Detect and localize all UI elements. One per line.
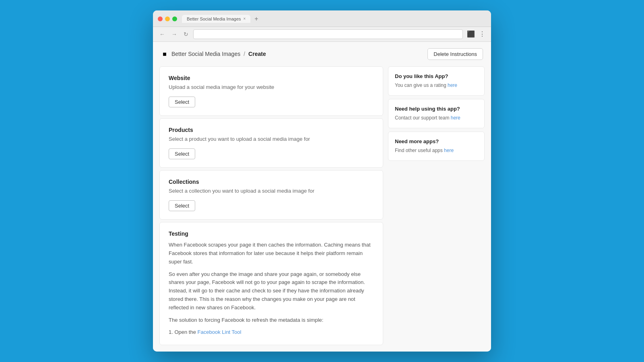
sidebar: Do you like this App? You can give us a … bbox=[388, 66, 485, 346]
app-icon: ◼ bbox=[161, 50, 168, 58]
website-card: Website Upload a social media image for … bbox=[159, 66, 383, 116]
website-description: Upload a social media image for your web… bbox=[169, 84, 374, 91]
page-header: ◼ Better Social Media Images / Create De… bbox=[159, 48, 485, 60]
sidebar-more-apps-link[interactable]: here bbox=[444, 148, 454, 153]
products-title: Products bbox=[169, 127, 374, 133]
testing-paragraph-1: When Facebook scrapes your page it then … bbox=[169, 241, 374, 266]
breadcrumb-current: Create bbox=[248, 51, 266, 57]
browser-titlebar: Better Social Media Images × + bbox=[153, 10, 491, 27]
sidebar-support-text: Contact our support team here bbox=[395, 114, 478, 121]
website-select-button[interactable]: Select bbox=[169, 97, 195, 107]
testing-card: Testing When Facebook scrapes your page … bbox=[159, 222, 383, 345]
refresh-button[interactable]: ↻ bbox=[182, 30, 190, 38]
sidebar-rating-text: You can give us a rating here bbox=[395, 82, 478, 89]
browser-tabs: Better Social Media Images × + bbox=[182, 14, 486, 23]
minimize-button[interactable] bbox=[165, 16, 170, 21]
sidebar-more-apps-prefix: Find other useful apps bbox=[395, 148, 444, 153]
testing-paragraph-2: So even after you change the image and s… bbox=[169, 270, 374, 312]
traffic-lights bbox=[158, 16, 177, 21]
maximize-button[interactable] bbox=[172, 16, 177, 21]
sidebar-more-apps-text: Find other useful apps here bbox=[395, 147, 478, 154]
products-description: Select a product you want to upload a so… bbox=[169, 136, 374, 143]
collections-description: Select a collection you want to upload a… bbox=[169, 187, 374, 195]
back-button[interactable]: ← bbox=[158, 30, 167, 38]
breadcrumb-home[interactable]: Better Social Media Images bbox=[171, 51, 240, 57]
sidebar-rating-card: Do you like this App? You can give us a … bbox=[388, 66, 485, 96]
browser-navbar: ← → ↻ ⬛ ⋮ bbox=[153, 27, 491, 42]
sidebar-support-title: Need help using this app? bbox=[395, 106, 478, 112]
sidebar-rating-prefix: You can give us a rating bbox=[395, 82, 448, 88]
facebook-lint-tool-link[interactable]: Facebook Lint Tool bbox=[198, 329, 242, 335]
menu-icon[interactable]: ⋮ bbox=[478, 29, 486, 39]
testing-paragraph-3: The solution to forcing Facebook to refr… bbox=[169, 316, 374, 325]
website-title: Website bbox=[169, 75, 374, 81]
sidebar-rating-title: Do you like this App? bbox=[395, 73, 478, 79]
tab-label: Better Social Media Images bbox=[187, 16, 241, 21]
nav-icons: ⬛ ⋮ bbox=[466, 29, 486, 39]
delete-instructions-button[interactable]: Delete Instructions bbox=[427, 48, 483, 60]
close-button[interactable] bbox=[158, 16, 163, 21]
main-panel: Website Upload a social media image for … bbox=[159, 66, 383, 346]
sidebar-support-card: Need help using this app? Contact our su… bbox=[388, 99, 485, 128]
bookmark-icon[interactable]: ⬛ bbox=[466, 29, 476, 39]
collections-select-button[interactable]: Select bbox=[169, 200, 195, 211]
collections-card: Collections Select a collection you want… bbox=[159, 170, 383, 220]
address-bar[interactable] bbox=[193, 29, 463, 39]
forward-button[interactable]: → bbox=[170, 30, 179, 38]
sidebar-more-apps-card: Need more apps? Find other useful apps h… bbox=[388, 132, 485, 161]
browser-window: Better Social Media Images × + ← → ↻ ⬛ ⋮… bbox=[153, 10, 491, 352]
sidebar-rating-link[interactable]: here bbox=[448, 82, 457, 88]
products-select-button[interactable]: Select bbox=[169, 148, 195, 159]
sidebar-support-prefix: Contact our support team bbox=[395, 115, 451, 121]
sidebar-support-link[interactable]: here bbox=[451, 115, 460, 121]
new-tab-button[interactable]: + bbox=[252, 14, 260, 23]
testing-step-1: 1. Open the Facebook Lint Tool bbox=[169, 328, 374, 337]
sidebar-more-apps-title: Need more apps? bbox=[395, 138, 478, 144]
breadcrumb: ◼ Better Social Media Images / Create bbox=[161, 50, 266, 58]
breadcrumb-separator: / bbox=[244, 51, 245, 57]
content-layout: Website Upload a social media image for … bbox=[159, 66, 485, 346]
tab-close-icon[interactable]: × bbox=[244, 16, 246, 21]
testing-title: Testing bbox=[169, 230, 374, 237]
products-card: Products Select a product you want to up… bbox=[159, 118, 383, 168]
page-content: ◼ Better Social Media Images / Create De… bbox=[153, 42, 491, 352]
collections-title: Collections bbox=[169, 179, 374, 185]
active-tab[interactable]: Better Social Media Images × bbox=[182, 15, 250, 23]
testing-step-1-prefix: 1. Open the bbox=[169, 329, 198, 335]
